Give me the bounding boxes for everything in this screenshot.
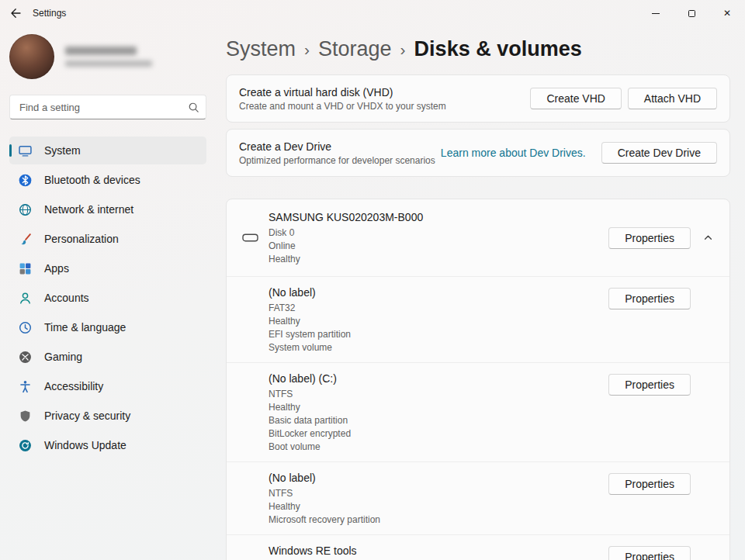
disk-drive-icon	[242, 233, 269, 243]
volume-partition-type: Basic data partition	[269, 414, 608, 427]
volume-row-recovery: (No label) NTFS Healthy Microsoft recove…	[227, 461, 729, 534]
sidebar-item-label: Accessibility	[44, 380, 103, 392]
minimize-icon	[652, 13, 660, 14]
volume-partition-type: EFI system partition	[269, 328, 608, 341]
sidebar-item-label: Privacy & security	[44, 410, 130, 422]
volume-info: (No label) FAT32 Healthy EFI system part…	[269, 285, 608, 354]
volume-name: (No label)	[269, 470, 608, 486]
sidebar-item-windows-update[interactable]: Windows Update	[9, 431, 206, 459]
bluetooth-icon	[19, 174, 32, 187]
volume-info: (No label) (C:) NTFS Healthy Basic data …	[269, 371, 608, 454]
sidebar: System Bluetooth & devices Network & int…	[0, 26, 216, 560]
dev-drive-card-text: Create a Dev Drive Optimized performance…	[239, 140, 441, 166]
disk-name: SAMSUNG KUS020203M-B000	[269, 209, 608, 225]
sidebar-item-personalization[interactable]: Personalization	[9, 225, 206, 253]
sidebar-nav: System Bluetooth & devices Network & int…	[9, 137, 206, 459]
volume-filesystem: NTFS	[269, 388, 608, 401]
maximize-icon	[688, 10, 695, 17]
vhd-card-text: Create a virtual hard disk (VHD) Create …	[239, 86, 530, 112]
network-globe-icon	[19, 203, 32, 216]
chevron-right-icon: ›	[400, 36, 406, 62]
window-title: Settings	[33, 8, 66, 19]
disk-health: Healthy	[269, 253, 608, 266]
search-icon	[188, 102, 199, 113]
volume-health: Healthy	[269, 315, 608, 328]
sidebar-item-accessibility[interactable]: Accessibility	[9, 372, 206, 400]
volume-row-efi: (No label) FAT32 Healthy EFI system part…	[227, 276, 729, 362]
sidebar-item-label: Windows Update	[44, 439, 126, 451]
user-name-blurred	[65, 47, 137, 55]
maximize-button[interactable]	[674, 0, 709, 26]
disk-properties-button[interactable]: Properties	[608, 227, 691, 249]
volume-filesystem: FAT32	[269, 302, 608, 315]
volume-row-windows-re: Windows RE tools NTFS Healthy Properties	[227, 534, 729, 560]
user-name-redacted	[65, 47, 152, 67]
volume-name: Windows RE tools	[269, 543, 608, 558]
chevron-right-icon: ›	[304, 36, 310, 62]
disk-header-row[interactable]: SAMSUNG KUS020203M-B000 Disk 0 Online He…	[227, 199, 729, 276]
dev-drive-card-title: Create a Dev Drive	[239, 140, 441, 153]
avatar	[9, 34, 54, 79]
sidebar-item-gaming[interactable]: Gaming	[9, 343, 206, 371]
disk-status: Online	[269, 240, 608, 253]
search-input[interactable]	[19, 102, 188, 113]
sidebar-item-bluetooth-devices[interactable]: Bluetooth & devices	[9, 166, 206, 194]
paintbrush-icon	[19, 233, 32, 246]
breadcrumb-system[interactable]: System	[226, 36, 296, 61]
volume-row-c-drive: (No label) (C:) NTFS Healthy Basic data …	[227, 362, 729, 461]
sidebar-item-label: Accounts	[44, 292, 89, 304]
disk-list-card: SAMSUNG KUS020203M-B000 Disk 0 Online He…	[226, 199, 730, 560]
attach-vhd-button[interactable]: Attach VHD	[628, 88, 717, 109]
volume-properties-button[interactable]: Properties	[608, 546, 691, 560]
vhd-card-subtitle: Create and mount a VHD or VHDX to your s…	[239, 101, 530, 112]
sidebar-item-system[interactable]: System	[9, 137, 206, 164]
sidebar-item-label: Personalization	[44, 233, 119, 245]
sidebar-item-network-internet[interactable]: Network & internet	[9, 195, 206, 223]
sidebar-item-accounts[interactable]: Accounts	[9, 284, 206, 312]
sidebar-item-label: Time & language	[44, 321, 126, 334]
sidebar-item-privacy-security[interactable]: Privacy & security	[9, 402, 206, 430]
system-icon	[19, 144, 32, 157]
breadcrumb-storage[interactable]: Storage	[318, 36, 392, 61]
volume-partition-type: Microsoft recovery partition	[269, 513, 608, 527]
dev-drive-card-subtitle: Optimized performance for developer scen…	[239, 155, 441, 166]
vhd-card-title: Create a virtual hard disk (VHD)	[239, 86, 530, 99]
apps-grid-icon	[19, 262, 32, 275]
vhd-card: Create a virtual hard disk (VHD) Create …	[226, 74, 730, 123]
volume-properties-button[interactable]: Properties	[608, 473, 691, 495]
search-box[interactable]	[9, 95, 206, 119]
sidebar-item-time-language[interactable]: Time & language	[9, 313, 206, 341]
disk-number: Disk 0	[269, 226, 608, 240]
volume-info: Windows RE tools NTFS Healthy	[269, 543, 608, 560]
accessibility-person-icon	[19, 380, 32, 393]
titlebar: Settings ✕	[0, 0, 745, 26]
volume-filesystem: NTFS	[269, 487, 608, 500]
create-vhd-button[interactable]: Create VHD	[530, 88, 621, 109]
dev-drive-learn-more-link[interactable]: Learn more about Dev Drives.	[441, 147, 586, 159]
minimize-button[interactable]	[638, 0, 674, 26]
volume-health: Healthy	[269, 401, 608, 414]
close-button[interactable]: ✕	[709, 0, 745, 26]
sidebar-item-label: Gaming	[44, 351, 82, 363]
chevron-up-icon[interactable]	[702, 233, 714, 243]
clock-icon	[19, 321, 32, 334]
person-icon	[19, 292, 32, 305]
sidebar-item-apps[interactable]: Apps	[9, 254, 206, 282]
volume-role: Boot volume	[269, 441, 608, 454]
breadcrumb: System › Storage › Disks & volumes	[226, 36, 730, 62]
create-dev-drive-button[interactable]: Create Dev Drive	[601, 142, 717, 164]
window-controls: ✕	[638, 0, 745, 26]
volume-properties-button[interactable]: Properties	[608, 374, 691, 396]
volume-properties-button[interactable]: Properties	[608, 288, 691, 309]
update-refresh-icon	[19, 439, 32, 452]
disk-info: SAMSUNG KUS020203M-B000 Disk 0 Online He…	[269, 209, 608, 266]
volume-health: Healthy	[269, 500, 608, 513]
sidebar-item-label: Apps	[44, 262, 69, 275]
dev-drive-card: Create a Dev Drive Optimized performance…	[226, 129, 730, 177]
back-button[interactable]	[0, 0, 31, 26]
user-profile[interactable]	[9, 31, 206, 92]
main-content: System › Storage › Disks & volumes Creat…	[226, 26, 730, 560]
close-icon: ✕	[723, 8, 731, 19]
volume-role: System volume	[269, 341, 608, 354]
back-arrow-icon	[10, 8, 21, 19]
